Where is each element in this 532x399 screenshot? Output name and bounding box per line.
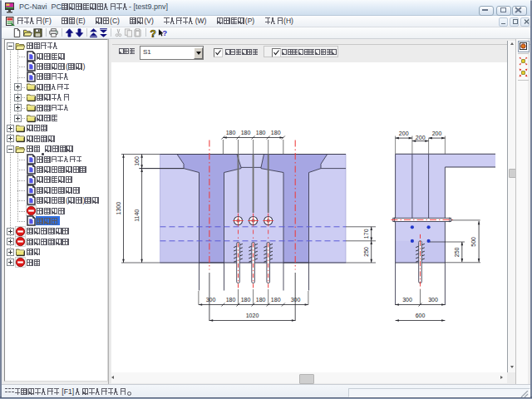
svg-text:300: 300 <box>291 297 301 303</box>
svg-text:180: 180 <box>271 297 281 303</box>
svg-text:180: 180 <box>271 130 281 135</box>
svg-text:180: 180 <box>226 297 236 303</box>
svg-text:250: 250 <box>363 247 369 257</box>
svg-text:500: 500 <box>470 237 476 247</box>
svg-text:180: 180 <box>256 297 266 303</box>
svg-text:600: 600 <box>416 313 426 318</box>
svg-text:1140: 1140 <box>134 209 140 222</box>
svg-text:300: 300 <box>428 297 438 303</box>
svg-text:180: 180 <box>241 297 251 303</box>
svg-text:300: 300 <box>402 297 412 303</box>
svg-text:1300: 1300 <box>116 202 121 215</box>
svg-text:300: 300 <box>206 297 216 303</box>
svg-text:200: 200 <box>432 131 442 136</box>
svg-text:180: 180 <box>256 130 266 135</box>
svg-text:200: 200 <box>399 131 409 136</box>
svg-text:200: 200 <box>416 135 426 140</box>
svg-text:180: 180 <box>241 130 251 135</box>
svg-text:170: 170 <box>363 229 369 239</box>
svg-text:1020: 1020 <box>246 313 259 318</box>
svg-text:160: 160 <box>134 156 140 166</box>
svg-text:180: 180 <box>226 130 236 135</box>
svg-text:250: 250 <box>454 247 460 257</box>
